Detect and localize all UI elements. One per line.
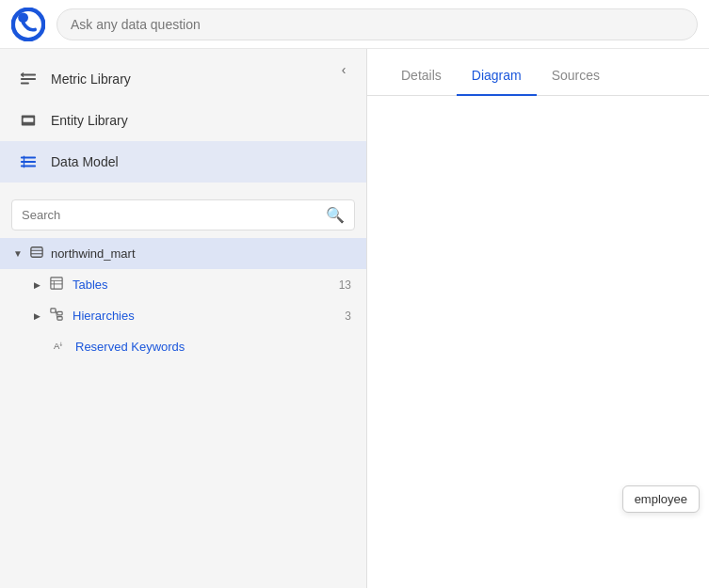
entity-library-icon xyxy=(19,111,38,130)
entity-node-label: employee xyxy=(635,492,687,506)
svg-rect-14 xyxy=(51,278,62,289)
sidebar-collapse-button[interactable]: ‹ xyxy=(332,58,355,81)
svg-rect-20 xyxy=(57,317,62,321)
metric-library-icon xyxy=(19,70,38,88)
reserved-keywords-icon: Aꜜ xyxy=(53,339,66,355)
top-bar xyxy=(0,0,709,49)
hierarchies-label: Hierarchies xyxy=(73,309,339,323)
tab-details[interactable]: Details xyxy=(386,56,457,96)
sidebar-tree: ▼ northwind_mart ▶ xyxy=(0,238,366,588)
data-model-icon xyxy=(19,152,38,171)
svg-point-0 xyxy=(13,8,43,39)
metric-library-label: Metric Library xyxy=(51,72,131,87)
global-search-input[interactable] xyxy=(71,17,684,32)
svg-text:Aꜜ: Aꜜ xyxy=(54,341,63,351)
search-icon: 🔍 xyxy=(326,206,345,224)
app-logo xyxy=(11,8,45,41)
tables-count: 13 xyxy=(339,278,366,292)
tree-root-northwind[interactable]: ▼ northwind_mart xyxy=(0,238,366,269)
sidebar-item-entity-library[interactable]: Entity Library xyxy=(0,100,366,141)
tables-chevron: ▶ xyxy=(34,280,40,290)
sidebar-item-metric-library[interactable]: Metric Library xyxy=(0,58,366,100)
content-pane: Details Diagram Sources employee xyxy=(367,49,709,588)
svg-rect-19 xyxy=(57,311,62,315)
svg-rect-6 xyxy=(24,118,34,122)
tree-search-bar[interactable]: 🔍 xyxy=(11,199,355,230)
tree-root-chevron: ▼ xyxy=(13,248,23,259)
db-icon xyxy=(30,246,43,262)
content-tabs: Details Diagram Sources xyxy=(367,49,709,96)
svg-rect-11 xyxy=(31,247,42,258)
entity-node-employee: employee xyxy=(622,485,700,513)
data-model-label: Data Model xyxy=(51,154,119,169)
tab-sources[interactable]: Sources xyxy=(537,56,615,96)
tree-search-input[interactable] xyxy=(22,208,320,222)
tree-item-tables[interactable]: ▶ Tables 13 xyxy=(0,269,366,300)
hierarchies-icon xyxy=(50,308,63,324)
hierarchies-count: 3 xyxy=(345,310,366,323)
tree-item-hierarchies[interactable]: ▶ Hierarchies 3 xyxy=(0,300,366,331)
tables-icon xyxy=(50,277,63,293)
global-search-bar[interactable] xyxy=(56,8,698,40)
sidebar-item-data-model[interactable]: Data Model xyxy=(0,141,366,183)
main-layout: ‹ Metric Library xyxy=(0,49,709,588)
reserved-keywords-label: Reserved Keywords xyxy=(75,340,366,354)
tree-root-label: northwind_mart xyxy=(51,246,136,261)
sidebar: ‹ Metric Library xyxy=(0,49,367,588)
tab-diagram[interactable]: Diagram xyxy=(457,56,537,96)
svg-rect-18 xyxy=(51,309,56,312)
tables-label: Tables xyxy=(73,278,333,292)
diagram-area: employee xyxy=(367,96,709,588)
hierarchies-chevron: ▶ xyxy=(34,311,40,321)
entity-library-label: Entity Library xyxy=(51,113,128,128)
tree-item-reserved-keywords[interactable]: Aꜜ Reserved Keywords xyxy=(0,331,366,362)
sidebar-nav: Metric Library Entity Library xyxy=(0,49,366,192)
